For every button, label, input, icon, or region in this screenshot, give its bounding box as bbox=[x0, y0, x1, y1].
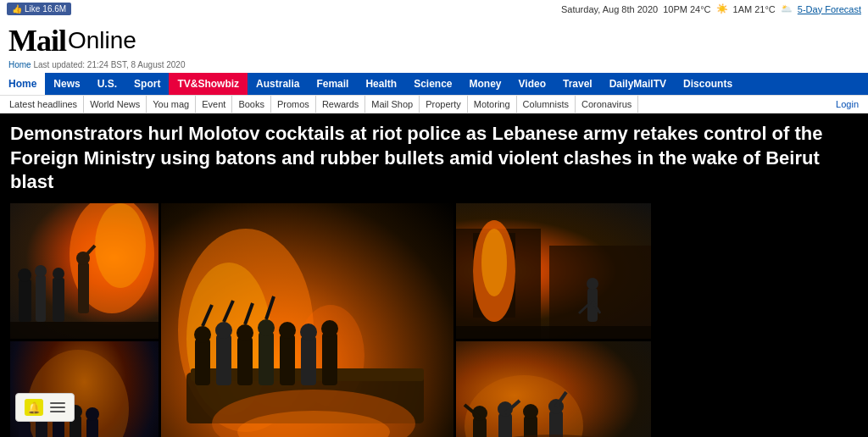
svg-point-24 bbox=[236, 324, 253, 341]
image-placeholder-bottomleft bbox=[10, 341, 159, 437]
image-bottom-left[interactable] bbox=[10, 341, 159, 437]
image-placeholder-topright bbox=[456, 203, 651, 339]
nav-science[interactable]: Science bbox=[405, 73, 460, 95]
logo-mail: Mail bbox=[8, 23, 66, 58]
svg-point-22 bbox=[215, 322, 232, 339]
login-link[interactable]: Login bbox=[830, 96, 865, 113]
subnav-books[interactable]: Books bbox=[232, 96, 271, 113]
svg-rect-7 bbox=[53, 278, 64, 322]
svg-rect-19 bbox=[195, 339, 210, 385]
svg-rect-42 bbox=[549, 246, 651, 339]
scene-svg-center bbox=[161, 203, 453, 437]
svg-rect-74 bbox=[549, 411, 563, 437]
scene-svg-bottomright bbox=[456, 341, 651, 437]
svg-point-8 bbox=[53, 268, 64, 279]
image-top-right[interactable] bbox=[456, 203, 651, 339]
subnav-mailshop[interactable]: Mail Shop bbox=[365, 96, 420, 113]
nav-video[interactable]: Video bbox=[510, 73, 554, 95]
svg-rect-31 bbox=[322, 333, 337, 385]
thumbs-up-icon: 👍 bbox=[12, 4, 22, 14]
nav-news[interactable]: News bbox=[45, 73, 88, 95]
svg-rect-23 bbox=[237, 337, 253, 385]
subnav-event[interactable]: Event bbox=[196, 96, 232, 113]
svg-rect-50 bbox=[456, 326, 651, 339]
notification-pill[interactable]: 🔔 bbox=[15, 393, 75, 422]
svg-point-45 bbox=[481, 229, 507, 296]
scene-svg-topleft bbox=[10, 203, 159, 339]
image-placeholder-bottomright bbox=[456, 341, 651, 437]
image-center[interactable] bbox=[161, 203, 453, 437]
nav-dailymailtv[interactable]: DailyMailTV bbox=[601, 73, 675, 95]
svg-rect-61 bbox=[86, 418, 98, 437]
svg-rect-69 bbox=[498, 413, 512, 437]
nav-us[interactable]: U.S. bbox=[89, 73, 125, 95]
svg-rect-29 bbox=[301, 336, 316, 385]
svg-point-73 bbox=[523, 404, 538, 419]
subnav-property[interactable]: Property bbox=[420, 96, 468, 113]
image-placeholder-center bbox=[161, 203, 453, 437]
image-placeholder-topleft bbox=[10, 203, 159, 339]
home-link[interactable]: Home bbox=[8, 60, 31, 69]
date-display: Saturday, Aug 8th 2020 bbox=[561, 4, 658, 14]
svg-rect-3 bbox=[19, 279, 31, 322]
last-updated: Home Last updated: 21:24 BST, 8 August 2… bbox=[8, 58, 860, 73]
svg-point-20 bbox=[194, 326, 211, 343]
sun-icon: ☀️ bbox=[716, 3, 728, 14]
nav-australia[interactable]: Australia bbox=[248, 73, 308, 95]
svg-rect-21 bbox=[216, 335, 231, 385]
image-top-left[interactable] bbox=[10, 203, 159, 339]
menu-icon bbox=[50, 402, 65, 412]
svg-point-26 bbox=[258, 319, 275, 336]
facebook-like[interactable]: 👍 Like 16.6M bbox=[7, 3, 71, 15]
svg-point-30 bbox=[300, 324, 317, 340]
main-nav: Home News U.S. Sport TV&Showbiz Australi… bbox=[0, 73, 868, 95]
temp-day: 10PM 24°C bbox=[663, 4, 710, 14]
nav-health[interactable]: Health bbox=[357, 73, 405, 95]
site-header: Mail Online Home Last updated: 21:24 BST… bbox=[0, 18, 868, 73]
image-grid bbox=[10, 203, 648, 437]
svg-rect-27 bbox=[280, 335, 295, 385]
subnav-coronavirus[interactable]: Coronavirus bbox=[576, 96, 638, 113]
nav-tvshowbiz[interactable]: TV&Showbiz bbox=[169, 73, 248, 95]
top-bar: 👍 Like 16.6M Saturday, Aug 8th 2020 10PM… bbox=[0, 0, 868, 18]
svg-point-2 bbox=[95, 203, 146, 288]
subnav-motoring[interactable]: Motoring bbox=[468, 96, 517, 113]
article-headline: Demonstrators hurl Molotov cocktails at … bbox=[10, 122, 858, 195]
fb-like-count: 16.6M bbox=[42, 4, 66, 14]
subnav-columnists[interactable]: Columnists bbox=[517, 96, 576, 113]
svg-rect-9 bbox=[78, 263, 89, 313]
svg-point-4 bbox=[18, 268, 31, 282]
image-bottom-right[interactable] bbox=[456, 341, 651, 437]
svg-point-32 bbox=[321, 320, 338, 337]
svg-point-47 bbox=[587, 278, 598, 290]
nav-sport[interactable]: Sport bbox=[125, 73, 169, 95]
cloud-icon: 🌥️ bbox=[781, 3, 793, 14]
nav-home[interactable]: Home bbox=[0, 73, 45, 95]
bell-icon: 🔔 bbox=[25, 399, 43, 416]
svg-rect-25 bbox=[259, 332, 274, 385]
logo-row: Mail Online bbox=[8, 23, 860, 58]
sub-nav: Latest headlines World News You mag Even… bbox=[0, 95, 868, 113]
subnav-promos[interactable]: Promos bbox=[271, 96, 316, 113]
svg-point-62 bbox=[86, 407, 99, 421]
svg-rect-5 bbox=[36, 275, 46, 322]
logo-online: Online bbox=[68, 27, 136, 54]
svg-point-6 bbox=[35, 265, 47, 277]
svg-rect-12 bbox=[10, 322, 159, 339]
subnav-latest[interactable]: Latest headlines bbox=[3, 96, 84, 113]
content-area: Demonstrators hurl Molotov cocktails at … bbox=[0, 113, 868, 437]
svg-point-28 bbox=[279, 322, 296, 339]
forecast-link[interactable]: 5-Day Forecast bbox=[798, 4, 861, 14]
weather-bar: Saturday, Aug 8th 2020 10PM 24°C ☀️ 1AM … bbox=[561, 3, 861, 14]
subnav-world[interactable]: World News bbox=[84, 96, 147, 113]
scene-svg-bottomleft bbox=[10, 341, 159, 437]
fb-like-button[interactable]: 👍 Like 16.6M bbox=[7, 3, 71, 15]
temp-night: 1AM 21°C bbox=[733, 4, 776, 14]
scene-svg-topright bbox=[456, 203, 651, 339]
nav-femail[interactable]: Femail bbox=[308, 73, 357, 95]
nav-travel[interactable]: Travel bbox=[554, 73, 601, 95]
subnav-youmag[interactable]: You mag bbox=[147, 96, 196, 113]
nav-money[interactable]: Money bbox=[461, 73, 510, 95]
nav-discounts[interactable]: Discounts bbox=[675, 73, 741, 95]
subnav-rewards[interactable]: Rewards bbox=[316, 96, 365, 113]
